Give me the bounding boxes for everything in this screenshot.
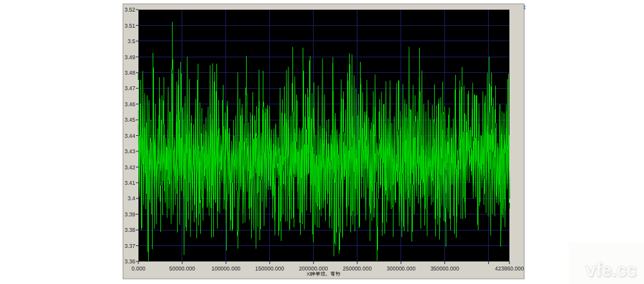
svg-text:3.37: 3.37 <box>124 243 135 249</box>
svg-text:3.42: 3.42 <box>124 164 135 171</box>
svg-text:3.5: 3.5 <box>128 38 135 44</box>
svg-text:X: X <box>307 271 310 277</box>
svg-text:3.48: 3.48 <box>124 70 135 76</box>
svg-text:0.000: 0.000 <box>131 265 146 272</box>
svg-text:300000.000: 300000.000 <box>386 265 415 272</box>
svg-text:250000.000: 250000.000 <box>343 265 372 272</box>
svg-text:3.47: 3.47 <box>124 85 135 91</box>
svg-text:3.38: 3.38 <box>124 227 135 233</box>
svg-text:3.43: 3.43 <box>124 148 135 155</box>
svg-text:3.44: 3.44 <box>124 133 135 139</box>
svg-text:3.52: 3.52 <box>124 6 135 13</box>
svg-text:3.46: 3.46 <box>124 101 135 108</box>
svg-text:100000.000: 100000.000 <box>211 265 240 272</box>
svg-text:3.4: 3.4 <box>128 195 135 202</box>
svg-text:150000.000: 150000.000 <box>255 265 284 272</box>
svg-text:3.49: 3.49 <box>124 54 135 61</box>
svg-text:3.39: 3.39 <box>124 211 135 218</box>
svg-text:3.45: 3.45 <box>124 117 135 123</box>
svg-text:3.36: 3.36 <box>124 258 135 265</box>
svg-text:200000.000: 200000.000 <box>299 265 328 272</box>
svg-text:vfe.cc: vfe.cc <box>585 260 637 280</box>
svg-text:423860.000: 423860.000 <box>495 265 524 272</box>
svg-text:50000.000: 50000.000 <box>169 265 195 272</box>
svg-text:350000.000: 350000.000 <box>430 265 459 272</box>
svg-text:3.41: 3.41 <box>124 180 135 186</box>
svg-text:3.51: 3.51 <box>124 23 135 29</box>
